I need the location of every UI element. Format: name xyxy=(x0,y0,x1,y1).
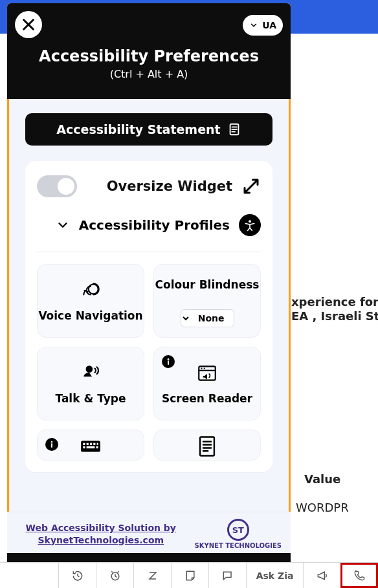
tile-colour-blindness[interactable]: Colour Blindness None xyxy=(153,264,261,338)
profiles-row[interactable]: Accessibility Profiles xyxy=(37,214,261,236)
voice-icon xyxy=(80,279,102,301)
megaphone-icon xyxy=(316,569,329,582)
info-icon xyxy=(162,355,175,368)
svg-point-1 xyxy=(249,220,251,223)
svg-rect-17 xyxy=(93,443,95,445)
svg-rect-21 xyxy=(96,446,98,448)
browser-speaker-icon xyxy=(196,362,218,384)
panel-shortcut: (Ctrl + Alt + A) xyxy=(15,68,283,80)
tile-talk-type[interactable]: Talk & Type xyxy=(37,347,144,420)
tile-screen-reader[interactable]: Screen Reader xyxy=(153,347,261,420)
tile-label: Colour Blindness xyxy=(155,278,260,291)
keyboard-icon xyxy=(80,435,102,457)
panel-body: Accessibility Statement Oversize Widget … xyxy=(7,99,291,486)
language-selector[interactable]: UA xyxy=(243,15,283,36)
panel-header: UA Accessibility Preferences (Ctrl + Alt… xyxy=(7,3,291,99)
language-code: UA xyxy=(262,20,276,30)
colour-blindness-select[interactable]: None xyxy=(181,309,234,327)
oversize-toggle[interactable] xyxy=(37,175,77,197)
svg-point-3 xyxy=(86,365,93,373)
statement-label: Accessibility Statement xyxy=(56,122,220,136)
bg-text-line2: EA , Israeli Stand xyxy=(291,309,378,323)
brand-name: SKYNET TECHNOLOGIES xyxy=(195,542,282,549)
svg-rect-18 xyxy=(97,443,98,445)
toolbar-alarm-button[interactable] xyxy=(96,563,133,588)
chevron-down-icon xyxy=(249,21,258,30)
logo-badge: ST xyxy=(227,519,249,541)
accessibility-statement-button[interactable]: Accessibility Statement xyxy=(25,113,272,146)
talk-icon xyxy=(80,362,102,384)
zia-icon xyxy=(146,569,159,582)
toolbar-zia-button[interactable] xyxy=(133,563,171,588)
svg-rect-12 xyxy=(51,443,52,448)
ask-zia-label: Ask Zia xyxy=(256,571,294,581)
svg-rect-15 xyxy=(87,443,89,445)
toolbar-note-button[interactable] xyxy=(171,563,208,588)
chat-icon xyxy=(221,569,234,582)
oversize-label: Oversize Widget xyxy=(86,179,232,194)
divider xyxy=(37,252,261,252)
toolbar-ask-zia-button[interactable]: Ask Zia xyxy=(246,563,303,588)
accessibility-panel: UA Accessibility Preferences (Ctrl + Alt… xyxy=(7,3,291,563)
close-icon xyxy=(21,17,36,32)
svg-point-2 xyxy=(89,284,98,294)
toolbar-history-button[interactable] xyxy=(58,563,96,588)
tile-keyboard[interactable] xyxy=(37,430,144,461)
tile-voice-navigation[interactable]: Voice Navigation xyxy=(37,264,144,338)
oversize-row: Oversize Widget xyxy=(37,175,261,197)
accessibility-icon xyxy=(239,214,261,236)
svg-rect-6 xyxy=(168,360,169,365)
document-icon xyxy=(227,122,241,136)
svg-point-11 xyxy=(51,441,53,443)
tile-label: Talk & Type xyxy=(55,392,126,405)
tile-document[interactable] xyxy=(153,430,261,461)
panel-footer: ST SKYNET TECHNOLOGIES Web Accessibility… xyxy=(7,512,291,553)
bg-text-line1: xperience for AD xyxy=(291,295,378,309)
svg-rect-19 xyxy=(83,446,85,448)
svg-point-9 xyxy=(204,368,205,369)
toolbar-announce-button[interactable] xyxy=(303,563,340,588)
phone-icon xyxy=(353,569,366,582)
tile-label: Screen Reader xyxy=(162,392,252,405)
svg-rect-16 xyxy=(90,443,92,445)
panel-title: Accessibility Preferences xyxy=(15,47,283,65)
brand-logo[interactable]: ST SKYNET TECHNOLOGIES xyxy=(195,519,282,549)
alarm-icon xyxy=(109,569,122,582)
svg-rect-20 xyxy=(87,446,95,448)
svg-rect-14 xyxy=(83,443,85,445)
tile-label: Voice Navigation xyxy=(38,309,142,322)
svg-rect-22 xyxy=(200,437,214,455)
document-lines-icon xyxy=(196,435,218,457)
toolbar-chat-button[interactable] xyxy=(208,563,246,588)
table-cell-wordpr: WORDPR xyxy=(296,501,349,514)
chevron-down-icon xyxy=(56,218,70,232)
options-card: Oversize Widget Accessibility Profiles V… xyxy=(25,161,272,472)
bottom-toolbar: Ask Zia xyxy=(0,562,378,588)
tiles-grid: Voice Navigation Colour Blindness None T… xyxy=(37,264,261,461)
info-icon xyxy=(45,438,58,451)
svg-point-5 xyxy=(168,358,170,360)
credit-link[interactable]: Web Accessibility Solution bySkynetTechn… xyxy=(16,522,186,547)
table-header-value: Value xyxy=(304,472,340,486)
profiles-label: Accessibility Profiles xyxy=(79,217,230,233)
sticky-note-icon xyxy=(184,569,197,582)
svg-point-8 xyxy=(201,368,202,369)
expand-icon xyxy=(241,177,261,196)
close-button[interactable] xyxy=(15,11,42,38)
toolbar-phone-button[interactable] xyxy=(340,563,378,588)
history-icon xyxy=(71,569,84,582)
